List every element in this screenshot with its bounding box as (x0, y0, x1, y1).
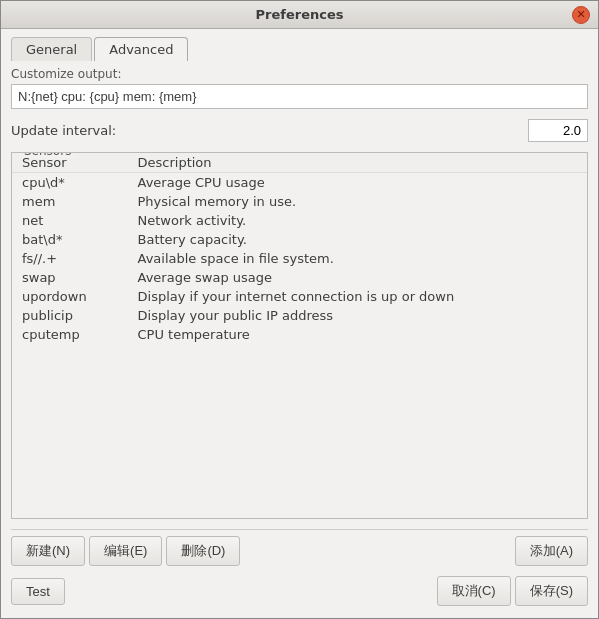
sensor-name: upordown (12, 287, 128, 306)
table-row[interactable]: upordownDisplay if your internet connect… (12, 287, 587, 306)
customize-output-input[interactable] (11, 84, 588, 109)
column-description: Description (128, 153, 587, 173)
sensors-table-header: Sensor Description (12, 153, 587, 173)
sensor-description: Network activity. (128, 211, 587, 230)
content-area: General Advanced Customize output: Updat… (1, 29, 598, 618)
sensors-table: Sensor Description cpu\d*Average CPU usa… (12, 153, 587, 344)
sensor-action-buttons-row: 新建(N) 编辑(E) 删除(D) 添加(A) (11, 529, 588, 570)
sensors-group-label: Sensors (20, 152, 75, 158)
test-button[interactable]: Test (11, 578, 65, 605)
table-row[interactable]: swapAverage swap usage (12, 268, 587, 287)
update-interval-input[interactable] (528, 119, 588, 142)
table-row[interactable]: bat\d*Battery capacity. (12, 230, 587, 249)
edit-button[interactable]: 编辑(E) (89, 536, 162, 566)
preferences-window: Preferences ✕ General Advanced Customize… (0, 0, 599, 619)
tab-bar: General Advanced (11, 37, 588, 61)
window-title: Preferences (256, 7, 344, 22)
sensor-description: Display if your internet connection is u… (128, 287, 587, 306)
sensor-name: bat\d* (12, 230, 128, 249)
update-interval-row: Update interval: (11, 119, 588, 142)
sensor-description: Battery capacity. (128, 230, 587, 249)
save-button[interactable]: 保存(S) (515, 576, 588, 606)
sensor-name: net (12, 211, 128, 230)
table-row[interactable]: cputempCPU temperature (12, 325, 587, 344)
sensor-description: Average CPU usage (128, 173, 587, 193)
sensors-group: Sensors Sensor Description cpu\d*Average… (11, 152, 588, 519)
update-interval-label: Update interval: (11, 123, 116, 138)
table-row[interactable]: memPhysical memory in use. (12, 192, 587, 211)
close-button[interactable]: ✕ (572, 6, 590, 24)
new-button[interactable]: 新建(N) (11, 536, 85, 566)
table-row[interactable]: fs//.+Available space in file system. (12, 249, 587, 268)
sensor-description: Display your public IP address (128, 306, 587, 325)
sensor-description: Average swap usage (128, 268, 587, 287)
tab-advanced[interactable]: Advanced (94, 37, 188, 61)
cancel-button[interactable]: 取消(C) (437, 576, 511, 606)
sensor-description: Physical memory in use. (128, 192, 587, 211)
sensor-name: cputemp (12, 325, 128, 344)
sensor-name: mem (12, 192, 128, 211)
sensor-name: publicip (12, 306, 128, 325)
delete-button[interactable]: 删除(D) (166, 536, 240, 566)
table-row[interactable]: publicipDisplay your public IP address (12, 306, 587, 325)
sensor-name: cpu\d* (12, 173, 128, 193)
sensor-name: fs//.+ (12, 249, 128, 268)
table-row[interactable]: cpu\d*Average CPU usage (12, 173, 587, 193)
footer-right-buttons: 取消(C) 保存(S) (437, 576, 588, 606)
customize-output-label: Customize output: (11, 67, 588, 81)
table-row[interactable]: netNetwork activity. (12, 211, 587, 230)
sensor-name: swap (12, 268, 128, 287)
footer-buttons-row: Test 取消(C) 保存(S) (11, 570, 588, 610)
sensor-description: Available space in file system. (128, 249, 587, 268)
add-button[interactable]: 添加(A) (515, 536, 588, 566)
sensor-description: CPU temperature (128, 325, 587, 344)
tab-general[interactable]: General (11, 37, 92, 61)
titlebar: Preferences ✕ (1, 1, 598, 29)
sensor-left-buttons: 新建(N) 编辑(E) 删除(D) (11, 536, 240, 566)
